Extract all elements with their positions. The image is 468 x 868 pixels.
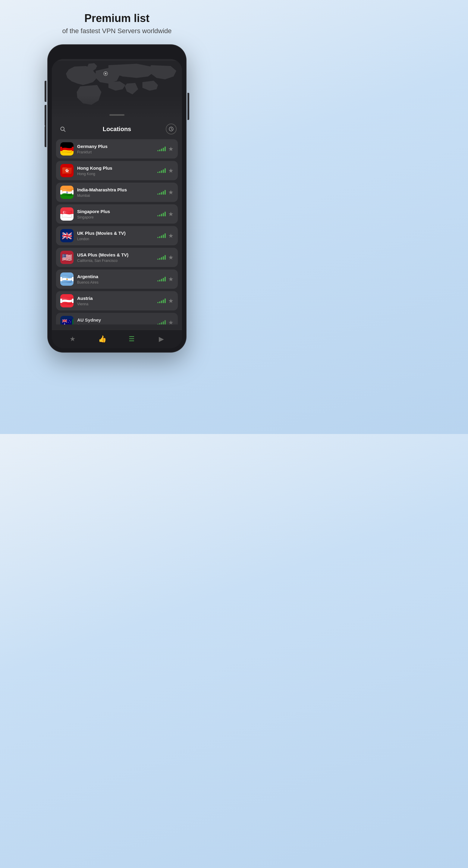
- favorite-button-hongkong[interactable]: ★: [168, 167, 174, 174]
- location-list: 🇩🇪Germany PlusFrankfurt★🇭🇰Hong Kong Plus…: [56, 139, 178, 326]
- location-item-hongkong[interactable]: 🇭🇰Hong Kong PlusHong Kong★: [56, 161, 178, 180]
- signal-bars-australia: [157, 320, 166, 325]
- flag-hongkong: 🇭🇰: [60, 164, 73, 177]
- signal-bar: [163, 300, 164, 303]
- location-info-singapore: Singapore PlusSingapore: [77, 209, 154, 219]
- location-item-austria[interactable]: 🇦🇹AustriaVienna★: [56, 291, 178, 310]
- location-actions-argentina: ★: [157, 276, 174, 282]
- location-item-india[interactable]: 🇮🇳India-Maharashtra PlusMumbai★: [56, 183, 178, 202]
- flag-argentina: 🇦🇷: [60, 273, 73, 286]
- location-info-argentina: ArgentinaBuenos Aires: [77, 274, 154, 284]
- signal-bars-usa: [157, 255, 166, 260]
- location-item-singapore[interactable]: 🇸🇬Singapore PlusSingapore★: [56, 204, 178, 224]
- favorite-button-india[interactable]: ★: [168, 189, 174, 195]
- signal-bars-hongkong: [157, 168, 166, 173]
- signal-bar: [161, 192, 162, 195]
- signal-bar: [157, 258, 158, 260]
- signal-bar: [161, 279, 162, 281]
- video-tab[interactable]: ▶: [155, 334, 168, 344]
- signal-bar: [159, 236, 160, 238]
- signal-bars-austria: [157, 299, 166, 303]
- signal-bar: [163, 235, 164, 238]
- favorite-button-argentina[interactable]: ★: [168, 276, 174, 282]
- search-button[interactable]: [57, 124, 68, 134]
- location-item-germany[interactable]: 🇩🇪Germany PlusFrankfurt★: [56, 139, 178, 158]
- favorite-button-usa[interactable]: ★: [168, 254, 174, 260]
- signal-bar: [164, 233, 166, 238]
- svg-point-2: [105, 73, 107, 75]
- signal-bar: [159, 193, 160, 195]
- signal-bar: [159, 215, 160, 216]
- signal-bar: [157, 193, 158, 195]
- location-actions-uk: ★: [157, 233, 174, 239]
- favorite-button-singapore[interactable]: ★: [168, 211, 174, 217]
- svg-point-3: [61, 127, 64, 130]
- location-info-usa: USA Plus (Movies & TV)California, San Fr…: [77, 252, 154, 263]
- location-info-uk: UK Plus (Movies & TV)London: [77, 230, 154, 241]
- location-name-australia: AU Sydney: [77, 317, 154, 323]
- phone-frame: Locations 🇩🇪Germany PlusFrankfurt★🇭🇰Hong…: [48, 44, 186, 352]
- location-info-hongkong: Hong Kong PlusHong Kong: [77, 165, 154, 176]
- location-sub-austria: Vienna: [77, 302, 154, 306]
- signal-bars-india: [157, 190, 166, 195]
- signal-bar: [164, 212, 166, 216]
- signal-bar: [157, 302, 158, 303]
- phone-screen: Locations 🇩🇪Germany PlusFrankfurt★🇭🇰Hong…: [52, 59, 182, 348]
- location-item-australia[interactable]: 🇦🇺AU SydneySydney★: [56, 313, 178, 332]
- map-gradient: [52, 95, 182, 119]
- drag-handle[interactable]: [110, 114, 124, 116]
- star-tab[interactable]: ★: [66, 334, 79, 344]
- locations-title: Locations: [103, 126, 131, 133]
- favorite-button-germany[interactable]: ★: [168, 146, 174, 152]
- signal-bar: [164, 255, 166, 260]
- location-info-india: India-Maharashtra PlusMumbai: [77, 187, 154, 198]
- signal-bar: [161, 149, 162, 151]
- signal-bar: [163, 148, 164, 151]
- location-name-hongkong: Hong Kong Plus: [77, 165, 154, 171]
- page-header: Premium list of the fastest VPN Servers …: [62, 12, 171, 35]
- signal-bars-argentina: [157, 277, 166, 281]
- page-title: Premium list: [62, 12, 171, 25]
- signal-bar: [164, 299, 166, 303]
- location-actions-australia: ★: [157, 319, 174, 326]
- location-sub-uk: London: [77, 237, 154, 241]
- location-actions-usa: ★: [157, 254, 174, 260]
- locations-panel: Locations 🇩🇪Germany PlusFrankfurt★🇭🇰Hong…: [52, 119, 182, 330]
- signal-bar: [157, 324, 158, 325]
- signal-bar: [161, 236, 162, 238]
- location-item-uk[interactable]: 🇬🇧UK Plus (Movies & TV)London★: [56, 226, 178, 245]
- signal-bar: [161, 214, 162, 216]
- like-tab[interactable]: 👍: [96, 334, 109, 344]
- location-sub-singapore: Singapore: [77, 215, 154, 219]
- map-area: [52, 59, 182, 119]
- location-actions-india: ★: [157, 189, 174, 195]
- signal-bar: [163, 321, 164, 325]
- signal-bar: [164, 320, 166, 325]
- signal-bars-singapore: [157, 212, 166, 216]
- signal-bar: [159, 323, 160, 325]
- signal-bar: [163, 278, 164, 281]
- signal-bar: [161, 257, 162, 260]
- location-sub-india: Mumbai: [77, 193, 154, 198]
- location-actions-austria: ★: [157, 298, 174, 304]
- favorite-button-australia[interactable]: ★: [168, 319, 174, 326]
- favorite-button-austria[interactable]: ★: [168, 298, 174, 304]
- phone-notch: [99, 49, 135, 57]
- location-name-usa: USA Plus (Movies & TV): [77, 252, 154, 258]
- flag-uk: 🇬🇧: [60, 229, 73, 242]
- svg-line-4: [64, 130, 65, 131]
- location-name-argentina: Argentina: [77, 274, 154, 280]
- flag-germany: 🇩🇪: [60, 142, 73, 156]
- location-item-usa[interactable]: 🇺🇸USA Plus (Movies & TV)California, San …: [56, 248, 178, 267]
- location-sub-usa: California, San Francisco: [77, 258, 154, 263]
- signal-bar: [157, 150, 158, 151]
- favorite-button-uk[interactable]: ★: [168, 233, 174, 239]
- signal-bar: [163, 256, 164, 260]
- timer-button[interactable]: [166, 124, 177, 134]
- signal-bar: [157, 215, 158, 216]
- location-item-argentina[interactable]: 🇦🇷ArgentinaBuenos Aires★: [56, 270, 178, 289]
- flag-india: 🇮🇳: [60, 186, 73, 199]
- signal-bar: [161, 322, 162, 325]
- list-tab[interactable]: ☰: [125, 334, 138, 344]
- flag-singapore: 🇸🇬: [60, 207, 73, 221]
